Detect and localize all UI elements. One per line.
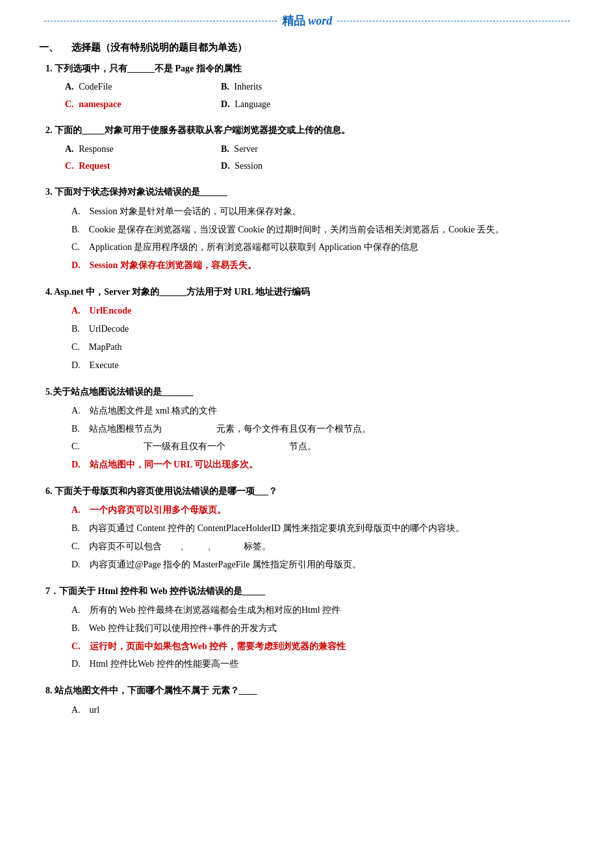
question-3-option-a: A. Session 对象是针对单一会话的，可以用来保存对象。 [71,204,575,219]
question-5-stem: 5.关于站点地图说法错误的是_______ [45,385,575,399]
question-4-options: A. UrlEncode B. UrlDecode C. MapPath D. … [45,303,575,373]
question-2-options: A. Response B. Server C. Request D. Sess… [45,142,575,174]
question-4-option-b: B. UrlDecode [71,321,575,337]
question-4-option-d: D. Execute [71,358,575,373]
question-1: 1. 下列选项中，只有______不是 Page 指令的属性 A. CodeFi… [39,62,575,112]
header-dashes-left [44,21,277,21]
question-7-option-a: A. 所有的 Web 控件最终在浏览器端都会生成为相对应的Html 控件 [71,602,575,618]
section-number: 一、 [39,42,58,54]
question-1-option-b: B. Inherits [221,80,351,94]
question-1-option-row-2: C. namespace D. Language [65,97,575,112]
question-3-stem: 3. 下面对于状态保持对象说法错误的是______ [45,185,575,199]
question-7-option-b: B. Web 控件让我们可以使用控件+事件的开发方式 [71,621,575,636]
header-en: word [308,14,332,27]
question-1-option-a: A. CodeFile [65,80,195,94]
question-7-option-d: D. Html 控件比Web 控件的性能要高一些 [71,656,575,672]
question-8-stem: 8. 站点地图文件中，下面哪个属性不属于 元素？____ [45,684,575,698]
question-8-option-a: A. url [71,702,575,718]
question-4: 4. Asp.net 中，Server 对象的______方法用于对 URL 地… [39,285,575,373]
question-8: 8. 站点地图文件中，下面哪个属性不属于 元素？____ A. url [39,684,575,717]
question-1-option-c: C. namespace [65,97,195,112]
question-3-option-d: D. Session 对象保存在浏览器端，容易丢失。 [71,258,575,273]
question-5-option-b: B. 站点地图根节点为 元素，每个文件有且仅有一个根节点。 [71,421,575,437]
header-dashes-right [337,21,570,21]
question-2-option-b: B. Server [221,142,351,156]
question-3: 3. 下面对于状态保持对象说法错误的是______ A. Session 对象是… [39,185,575,273]
question-7-stem: 7．下面关于 Html 控件和 Web 控件说法错误的是_____ [45,584,575,599]
question-3-option-b: B. Cookie 是保存在浏览器端，当没设置 Cookie 的过期时间时，关闭… [71,222,575,238]
section-label: 选择题（没有特别说明的题目都为单选） [71,42,247,54]
question-2: 2. 下面的_____对象可用于使服务器获取从客户端浏览器提交或上传的信息。 A… [39,123,575,173]
question-5-option-a: A. 站点地图文件是 xml 格式的文件 [71,403,575,419]
question-5: 5.关于站点地图说法错误的是_______ A. 站点地图文件是 xml 格式的… [39,385,575,473]
header-cn: 精品 [282,14,305,27]
question-2-option-row-1: A. Response B. Server [65,142,575,156]
question-2-option-d: D. Session [221,159,351,173]
question-1-stem: 1. 下列选项中，只有______不是 Page 指令的属性 [45,62,575,76]
question-7-options: A. 所有的 Web 控件最终在浏览器端都会生成为相对应的Html 控件 B. … [45,602,575,672]
question-6-option-a: A. 一个内容页可以引用多个母版页。 [71,502,575,518]
question-4-option-a: A. UrlEncode [71,303,575,319]
question-8-options: A. url [45,702,575,718]
question-1-options: A. CodeFile B. Inherits C. namespace D. … [45,80,575,112]
question-1-option-d: D. Language [221,97,351,112]
question-7: 7．下面关于 Html 控件和 Web 控件说法错误的是_____ A. 所有的… [39,584,575,673]
page-header: 精品 word [39,13,575,29]
question-6-option-d: D. 内容页通过@Page 指令的 MasterPageFile 属性指定所引用… [71,557,575,573]
question-2-stem: 2. 下面的_____对象可用于使服务器获取从客户端浏览器提交或上传的信息。 [45,123,575,138]
question-4-stem: 4. Asp.net 中，Server 对象的______方法用于对 URL 地… [45,285,575,299]
question-5-option-d: D. 站点地图中，同一个 URL 可以出现多次。 [71,457,575,473]
question-2-option-row-2: C. Request D. Session [65,159,575,173]
question-4-option-c: C. MapPath [71,340,575,355]
question-6: 6. 下面关于母版页和内容页使用说法错误的是哪一项___？ A. 一个内容页可以… [39,484,575,573]
question-3-option-c: C. Application 是应用程序级的，所有浏览器端都可以获取到 Appl… [71,240,575,255]
question-6-option-c: C. 内容页不可以包含 、 、 标签。 [71,539,575,554]
question-3-options: A. Session 对象是针对单一会话的，可以用来保存对象。 B. Cooki… [45,204,575,273]
question-5-option-c: C. 下一级有且仅有一个 节点。 [71,439,575,454]
question-2-option-c: C. Request [65,159,195,173]
question-5-options: A. 站点地图文件是 xml 格式的文件 B. 站点地图根节点为 元素，每个文件… [45,403,575,473]
section-title: 一、 选择题（没有特别说明的题目都为单选） [39,42,575,54]
question-6-option-b: B. 内容页通过 Content 控件的 ContentPlaceHolderI… [71,521,575,536]
question-6-stem: 6. 下面关于母版页和内容页使用说法错误的是哪一项___？ [45,484,575,499]
question-1-option-row-1: A. CodeFile B. Inherits [65,80,575,94]
question-7-option-c: C. 运行时，页面中如果包含Web 控件，需要考虑到浏览器的兼容性 [71,639,575,654]
question-2-option-a: A. Response [65,142,195,156]
header-title: 精品 word [282,13,333,29]
question-6-options: A. 一个内容页可以引用多个母版页。 B. 内容页通过 Content 控件的 … [45,502,575,572]
